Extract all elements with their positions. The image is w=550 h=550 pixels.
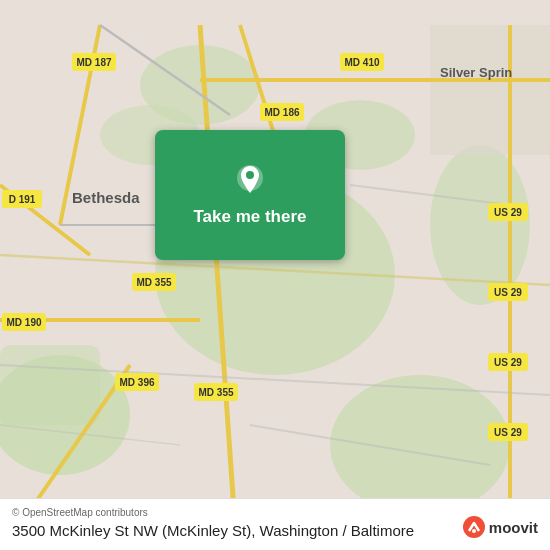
location-name: 3500 McKinley St NW (McKinley St), Washi…	[12, 521, 538, 541]
svg-text:MD 190: MD 190	[6, 317, 41, 328]
svg-point-52	[246, 171, 254, 179]
take-me-there-button[interactable]: Take me there	[155, 130, 345, 260]
svg-text:MD 187: MD 187	[76, 57, 111, 68]
take-me-there-label: Take me there	[193, 207, 306, 227]
svg-text:MD 410: MD 410	[344, 57, 379, 68]
svg-text:US 29: US 29	[494, 287, 522, 298]
moovit-logo: moovit	[463, 516, 538, 538]
svg-text:US 29: US 29	[494, 427, 522, 438]
svg-text:MD 186: MD 186	[264, 107, 299, 118]
moovit-text: moovit	[489, 519, 538, 536]
map-attribution: © OpenStreetMap contributors	[12, 507, 538, 518]
svg-text:D 191: D 191	[9, 194, 36, 205]
svg-text:MD 396: MD 396	[119, 377, 154, 388]
map-container: MD 187 MD 410 MD 186 D 191 MD 355 MD 190…	[0, 0, 550, 550]
svg-rect-5	[0, 345, 100, 425]
svg-text:US 29: US 29	[494, 207, 522, 218]
bottom-bar: © OpenStreetMap contributors 3500 McKinl…	[0, 498, 550, 551]
svg-text:MD 355: MD 355	[198, 387, 233, 398]
svg-point-3	[330, 375, 510, 515]
map-svg: MD 187 MD 410 MD 186 D 191 MD 355 MD 190…	[0, 0, 550, 550]
svg-text:US 29: US 29	[494, 357, 522, 368]
svg-point-53	[463, 516, 485, 538]
svg-text:Bethesda: Bethesda	[72, 189, 140, 206]
svg-text:MD 355: MD 355	[136, 277, 171, 288]
svg-point-54	[472, 529, 476, 533]
svg-text:Silver Sprin: Silver Sprin	[440, 65, 512, 80]
location-pin-icon	[232, 163, 268, 199]
svg-rect-9	[430, 25, 550, 155]
moovit-icon	[463, 516, 485, 538]
